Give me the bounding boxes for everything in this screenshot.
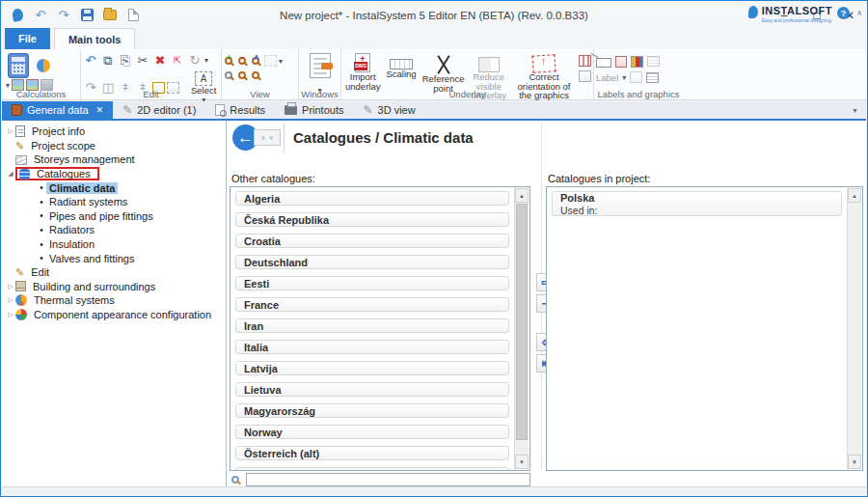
tree-item-insulation[interactable]: •Insulation xyxy=(2,237,226,252)
search-input[interactable] xyxy=(246,473,530,486)
pan-icon[interactable] xyxy=(225,71,232,79)
tab-file[interactable]: File xyxy=(5,28,50,49)
tree-item-project-info[interactable]: ▷Project info xyxy=(2,124,226,139)
tree-item-radiators[interactable]: •Radiators xyxy=(2,223,226,237)
callout-icon[interactable] xyxy=(596,58,611,68)
doc-tabs: General data✕✎2D editor (1)ResultsPrinto… xyxy=(2,101,866,119)
catalogue-card-algeria[interactable]: Algeria xyxy=(235,191,509,206)
undo-edit-icon[interactable]: ↶ xyxy=(83,53,98,68)
scaling-button[interactable]: Scaling xyxy=(384,52,418,80)
label-dropdown-icon[interactable]: ▾ xyxy=(622,73,626,82)
tree-item-storeys-management[interactable]: Storeys management xyxy=(2,152,226,167)
reference-point-icon xyxy=(434,55,453,74)
nav-up-icon[interactable]: ∧ xyxy=(260,134,265,142)
zoom-next-icon[interactable] xyxy=(252,71,259,79)
tree-item-radiant-systems[interactable]: •Radiant systems xyxy=(2,195,226,209)
tab-main-tools[interactable]: Main tools xyxy=(54,28,135,49)
scroll-up-icon[interactable]: ▲ xyxy=(515,188,529,203)
tree-item-edit[interactable]: ✎Edit xyxy=(2,265,226,280)
project-catalogues-scrollbar[interactable]: ▲ ▼ xyxy=(847,188,861,469)
catalogue-card-partial[interactable] xyxy=(235,467,509,470)
close-tab-icon[interactable]: ✕ xyxy=(96,105,104,115)
edit-sheet-icon[interactable] xyxy=(615,56,627,68)
label-button[interactable]: Label xyxy=(596,72,618,83)
scroll-thumb[interactable] xyxy=(516,204,528,440)
catalogue-card--esk-republika[interactable]: Česká Republika xyxy=(235,212,509,227)
doc-tab-3d-view[interactable]: ✎3D view xyxy=(353,101,424,119)
new-document-icon[interactable] xyxy=(124,8,142,23)
catalogue-card-magyarorsz-g[interactable]: Magyarország xyxy=(235,403,509,418)
tree-item-pipes-and-pipe-fittings[interactable]: •Pipes and pipe fittings xyxy=(2,209,226,224)
windows-icon[interactable] xyxy=(310,53,331,78)
edit-dropdown-icon[interactable]: ▾ xyxy=(204,56,208,65)
tree-item-project-scope[interactable]: ✎Project scope xyxy=(2,139,226,153)
app-logo-icon[interactable] xyxy=(9,8,26,23)
calculate-icon[interactable] xyxy=(8,53,29,78)
select-button[interactable]: A Select ▾ xyxy=(189,70,218,105)
rotate-icon[interactable]: ↻ xyxy=(187,53,203,68)
heating-cooling-icon[interactable] xyxy=(37,59,50,72)
other-catalogues-scrollbar[interactable]: ▲ ▼ xyxy=(514,188,529,469)
underlay-add-icon[interactable] xyxy=(579,70,591,82)
reference-point-button[interactable]: Reference point xyxy=(420,52,467,94)
zoom-window-icon[interactable] xyxy=(264,55,277,67)
results-doc-icon xyxy=(215,104,225,116)
view-dropdown-icon[interactable]: ▾ xyxy=(279,57,283,66)
help-icon[interactable]: ? xyxy=(837,7,850,19)
tree-item-climatic-data[interactable]: •Climatic data xyxy=(2,180,226,195)
catalogue-card-eesti[interactable]: Eesti xyxy=(235,276,509,290)
tab-overflow-icon[interactable]: ▼ xyxy=(852,101,866,119)
cut-icon[interactable]: ✂ xyxy=(135,53,150,68)
catalogue-card-croatia[interactable]: Croatia xyxy=(235,234,509,248)
doc-tab-results[interactable]: Results xyxy=(205,101,275,119)
zoom-out-icon[interactable]: − xyxy=(238,57,246,65)
expander-icon[interactable]: ▷ xyxy=(6,311,15,318)
scroll-up-icon[interactable]: ▲ xyxy=(848,188,861,203)
import-underlay-button[interactable]: +DWG Import underlay xyxy=(343,52,382,92)
expander-icon[interactable]: ▷ xyxy=(6,296,15,304)
collapse-ribbon-icon[interactable]: ∧ xyxy=(856,9,862,17)
catalogue-card-france[interactable]: France xyxy=(235,297,509,312)
expander-icon[interactable]: ◢ xyxy=(6,170,15,178)
doc-tab-2d-editor-1-[interactable]: ✎2D editor (1) xyxy=(113,101,205,119)
tree-item-catalogues[interactable]: ◢Catalogues xyxy=(2,167,226,181)
import-underlay-icon: +DWG xyxy=(355,53,370,72)
copy-icon[interactable]: ⧉ xyxy=(100,53,116,68)
list-icon[interactable] xyxy=(647,56,660,67)
project-catalogue-card-polska[interactable]: PolskaUsed in: xyxy=(552,191,842,216)
catalogue-card-latvija[interactable]: Latvija xyxy=(235,361,509,375)
zoom-prev-icon[interactable] xyxy=(238,71,246,79)
save-icon[interactable] xyxy=(78,8,95,23)
doc-tab-general-data[interactable]: General data✕ xyxy=(2,101,113,119)
zoom-in-icon[interactable]: + xyxy=(225,57,232,65)
chart-icon[interactable] xyxy=(631,56,643,68)
table-icon[interactable] xyxy=(646,72,659,83)
paste-icon[interactable]: ⎘ xyxy=(118,53,133,68)
tree-item-building-and-surroundings[interactable]: ▷Building and surroundings xyxy=(2,280,226,294)
delete-icon[interactable]: ✖ xyxy=(152,53,168,68)
move-icon[interactable]: ⇱ xyxy=(170,53,185,68)
tree-item-thermal-systems[interactable]: ▷Thermal systems xyxy=(2,293,226,308)
catalogue-card-italia[interactable]: Italia xyxy=(235,340,509,354)
redo-icon[interactable]: ↷ xyxy=(55,8,72,23)
tree-item-component-appearance-configuration[interactable]: ▷Component appearance configuration xyxy=(2,308,226,322)
doc-tab-printouts[interactable]: Printouts xyxy=(275,101,353,119)
catalogue-card-lietuva[interactable]: Lietuva xyxy=(235,382,509,397)
tree-item-valves-and-fittings[interactable]: •Valves and fittings xyxy=(2,251,226,265)
zoom-all-icon[interactable]: A xyxy=(252,57,259,65)
catalogue-card-norway[interactable]: Norway xyxy=(235,425,509,439)
catalogue-card-deutschland[interactable]: Deutschland xyxy=(235,255,509,269)
scroll-down-icon[interactable]: ▼ xyxy=(848,455,861,469)
catalogue-card--sterreich-alt-[interactable]: Österreich (alt) xyxy=(235,446,509,460)
undo-icon[interactable]: ↶ xyxy=(32,8,49,23)
storeys-icon xyxy=(15,155,27,165)
scroll-down-icon[interactable]: ▼ xyxy=(515,455,529,469)
ab-box-icon[interactable] xyxy=(630,71,642,83)
expander-icon[interactable]: ▷ xyxy=(6,283,15,290)
open-icon[interactable] xyxy=(101,8,119,23)
nav-down-icon[interactable]: ∨ xyxy=(269,134,274,142)
underlay-columns-icon[interactable] xyxy=(579,55,591,67)
catalogue-card-iran[interactable]: Iran xyxy=(235,318,509,333)
highlight-red-box: Catalogues xyxy=(15,167,99,180)
expander-icon[interactable]: ▷ xyxy=(6,127,15,135)
